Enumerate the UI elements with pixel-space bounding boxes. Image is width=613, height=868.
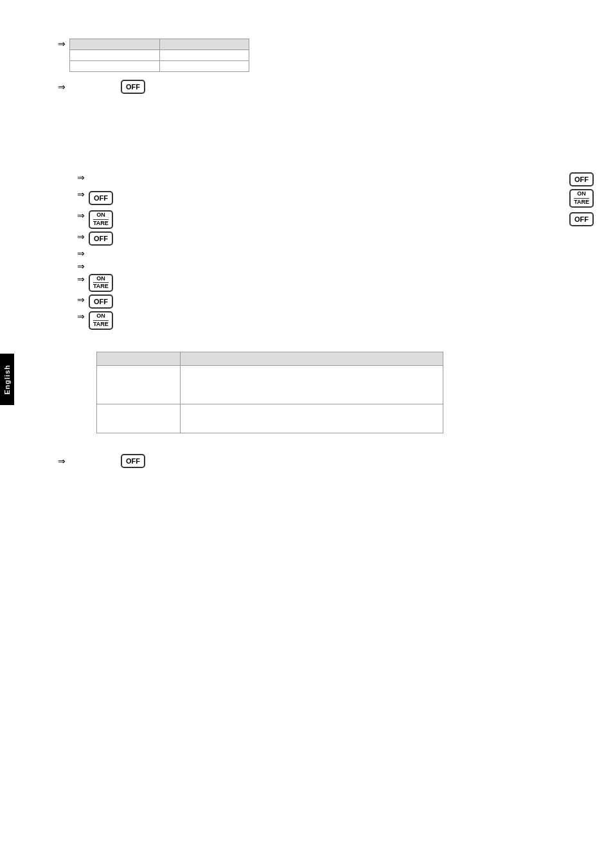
english-tab: English [0, 354, 14, 405]
step-row-2: ⇒ OFF ON TARE [58, 189, 594, 208]
arrow-3: ⇒ [77, 210, 85, 221]
table-bottom-header-2 [181, 352, 443, 366]
arrow-5: ⇒ [77, 248, 85, 258]
step-row-8: ⇒ OFF [58, 294, 594, 309]
arrow-7: ⇒ [77, 274, 85, 284]
table-row [97, 366, 443, 404]
english-label: English [3, 365, 11, 395]
on-label-7: ON [93, 276, 109, 284]
arrow-9: ⇒ [77, 311, 85, 321]
table-top-header-1 [70, 39, 160, 50]
table-bottom-cell-2-2 [181, 404, 443, 433]
step-row-4: ⇒ OFF [58, 231, 594, 246]
off-button-top[interactable]: OFF [121, 80, 145, 94]
ontare-button-2[interactable]: ON TARE [569, 189, 594, 208]
arrow-top: ⇒ [58, 39, 66, 49]
table-top-cell-2-1 [70, 61, 160, 72]
arrow-6: ⇒ [77, 261, 85, 271]
table-top [69, 39, 249, 72]
off-button-4[interactable]: OFF [89, 231, 113, 246]
arrow-2: ⇒ [77, 189, 85, 199]
table-top-cell-1-1 [70, 50, 160, 61]
table-top-cell-1-2 [159, 50, 249, 61]
arrow-4: ⇒ [77, 231, 85, 242]
arrow-1: ⇒ [77, 172, 85, 183]
table-bottom-cell-1-1 [97, 366, 181, 404]
table-row [70, 50, 249, 61]
off-button-2[interactable]: OFF [89, 191, 113, 205]
table-bottom-header-1 [97, 352, 181, 366]
tare-label-7: TARE [93, 283, 109, 290]
tare-label-2: TARE [574, 199, 589, 206]
on-label-9: ON [93, 313, 109, 321]
step-row-9: ⇒ ON TARE [58, 311, 594, 330]
ontare-button-3[interactable]: ON TARE [89, 210, 113, 229]
tare-label-9: TARE [93, 321, 109, 328]
arrow-bottom: ⇒ [58, 456, 66, 466]
table-bottom [96, 352, 443, 433]
step-row-6: ⇒ [58, 261, 594, 271]
table-row [97, 404, 443, 433]
step-row-5: ⇒ [58, 248, 594, 258]
off-button-bottom[interactable]: OFF [121, 454, 145, 468]
tare-label-3: TARE [93, 220, 109, 227]
table-bottom-cell-1-2 [181, 366, 443, 404]
off-button-8[interactable]: OFF [89, 294, 113, 309]
on-label-2: ON [574, 191, 589, 199]
table-bottom-cell-2-1 [97, 404, 181, 433]
step-row-7: ⇒ ON TARE [58, 274, 594, 293]
table-top-header-2 [159, 39, 249, 50]
table-row [70, 61, 249, 72]
arrow-8: ⇒ [77, 294, 85, 305]
ontare-button-9[interactable]: ON TARE [89, 311, 113, 330]
off-button-3[interactable]: OFF [569, 212, 594, 226]
arrow-off-top: ⇒ [58, 82, 66, 92]
step-row-1: ⇒ OFF [58, 172, 594, 186]
step-row-3: ⇒ ON TARE OFF [58, 210, 594, 229]
on-label-3: ON [93, 212, 109, 220]
table-top-cell-2-2 [159, 61, 249, 72]
ontare-button-7[interactable]: ON TARE [89, 274, 113, 293]
off-button-1[interactable]: OFF [569, 172, 594, 186]
